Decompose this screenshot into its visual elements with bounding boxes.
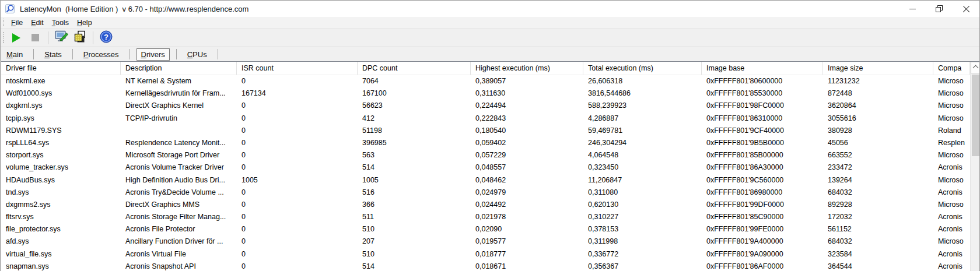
cell-highest-execution: 0,02090 [471, 223, 583, 235]
menu-bar: FileEditToolsHelp [1, 17, 979, 29]
cell-company: Microso [933, 235, 970, 248]
tab-separator [130, 49, 130, 59]
table-row[interactable]: fltsrv.sysAcronis Storage Filter Manag..… [1, 211, 970, 223]
cell-isr-count: 0 [237, 100, 358, 112]
cell-image-size: 364544 [823, 261, 933, 271]
cell-company: Microso [933, 100, 970, 112]
cell-company: Resplen [933, 137, 970, 149]
tab-main[interactable]: Main [2, 49, 27, 60]
scrollbar-thumb[interactable] [972, 75, 979, 156]
cell-company: Microso [933, 199, 970, 211]
menu-help[interactable]: Help [73, 17, 96, 28]
cell-company: Acronis [933, 211, 970, 223]
cell-driver-file: file_protector.sys [1, 223, 121, 235]
cell-image-size: 3055616 [823, 112, 933, 125]
column-header-isr-count[interactable]: ISR count [237, 62, 358, 75]
toolbar-separator [93, 31, 93, 44]
close-button[interactable] [953, 1, 979, 17]
cell-dpc-count: 167100 [358, 87, 471, 100]
tab-processes[interactable]: Processes [79, 49, 123, 60]
tab-cpus[interactable]: CPUs [183, 49, 211, 60]
cell-highest-execution: 0,222843 [471, 112, 583, 125]
table-row[interactable]: snapman.sysAcronis Snapshot API05140,018… [1, 261, 970, 271]
tab-stats[interactable]: Stats [40, 49, 66, 60]
cell-dpc-count: 207 [358, 235, 471, 248]
table-row[interactable]: dxgmms2.sysDirectX Graphics MMS03660,024… [1, 199, 970, 211]
cell-dpc-count: 510 [358, 248, 471, 261]
table-row[interactable]: HDAudBus.sysHigh Definition Audio Bus Dr… [1, 174, 970, 186]
vertical-scrollbar[interactable] [970, 62, 980, 271]
table-row[interactable]: Wdf01000.sysKernellägesdrivrutin för Fra… [1, 87, 970, 100]
cell-image-base: 0xFFFFF801'80600000 [702, 75, 823, 87]
cell-image-size: 323584 [823, 248, 933, 261]
cell-total-execution: 0,323450 [583, 161, 702, 174]
listview-header: Driver fileDescriptionISR countDPC count… [1, 62, 970, 75]
monitor-pencil-icon [54, 30, 69, 45]
column-header-description[interactable]: Description [121, 62, 237, 75]
cell-total-execution: 246,304294 [583, 137, 702, 149]
menu-file[interactable]: File [7, 17, 27, 28]
cell-isr-count: 0 [237, 199, 358, 211]
menu-edit[interactable]: Edit [27, 17, 48, 28]
column-header-image-size[interactable]: Image size [823, 62, 933, 75]
table-row[interactable]: tcpip.sysTCP/IP-drivrutin04120,2228434,2… [1, 112, 970, 125]
cell-dpc-count: 511 [358, 211, 471, 223]
help-button[interactable]: ? [97, 30, 115, 45]
stop-monitor-button[interactable] [26, 30, 44, 45]
column-header-highest-execution[interactable]: Highest execution (ms) [471, 62, 583, 75]
cell-dpc-count: 56623 [358, 100, 471, 112]
tab-separator [218, 49, 218, 59]
cell-total-execution: 0,336772 [583, 248, 702, 261]
menubar-gripper[interactable] [2, 19, 4, 27]
cell-total-execution: 59,469781 [583, 125, 702, 137]
scroll-up-button[interactable] [971, 62, 980, 73]
cell-driver-file: dxgmms2.sys [1, 199, 121, 211]
toolbar-gripper[interactable] [2, 32, 4, 44]
table-row[interactable]: ntoskrnl.exeNT Kernel & System070640,389… [1, 75, 970, 87]
restore-icon [936, 5, 943, 13]
cell-image-base: 0xFFFFF801'98FC0000 [702, 100, 823, 112]
edit-options-button[interactable] [52, 30, 70, 45]
restore-button[interactable] [926, 1, 953, 17]
tab-drivers[interactable]: Drivers [136, 48, 170, 61]
table-row[interactable]: rspLLL64.sysResplendence Latency Monit..… [1, 137, 970, 149]
listview-body: ntoskrnl.exeNT Kernel & System070640,389… [1, 75, 970, 271]
column-header-dpc-count[interactable]: DPC count [358, 62, 471, 75]
start-monitor-button[interactable] [8, 30, 25, 45]
menu-tools[interactable]: Tools [48, 17, 73, 28]
cell-image-base: 0xFFFFF801'99FE0000 [702, 223, 823, 235]
cell-image-size: 892928 [823, 199, 933, 211]
table-row[interactable]: storport.sysMicrosoft Storage Port Drive… [1, 149, 970, 161]
table-row[interactable]: dxgkrnl.sysDirectX Graphics Kernel056623… [1, 100, 970, 112]
table-row[interactable]: virtual_file.sysAcronis Virtual File0510… [1, 248, 970, 261]
cell-dpc-count: 514 [358, 261, 471, 271]
minimize-button[interactable] [899, 1, 926, 17]
column-header-total-execution[interactable]: Total execution (ms) [583, 62, 702, 75]
cell-total-execution: 0,311998 [583, 235, 702, 248]
stacked-windows-icon [74, 30, 87, 45]
table-row[interactable]: afd.sysAncillary Function Driver för ...… [1, 235, 970, 248]
title-bar: LatencyMon (Home Edition ) v 6.70 - http… [1, 1, 979, 17]
cell-image-size: 684032 [823, 186, 933, 199]
cell-isr-count: 0 [237, 75, 358, 87]
cell-total-execution: 11,206847 [583, 174, 702, 186]
cell-driver-file: tnd.sys [1, 186, 121, 199]
cell-description: Acronis Volume Tracker Driver [121, 161, 237, 174]
play-icon [12, 33, 20, 43]
cell-dpc-count: 396985 [358, 137, 471, 149]
column-header-driver-file[interactable]: Driver file [1, 62, 121, 75]
cell-company: Microso [933, 87, 970, 100]
cell-driver-file: snapman.sys [1, 261, 121, 271]
column-header-image-base[interactable]: Image base [702, 62, 823, 75]
cell-driver-file: afd.sys [1, 235, 121, 248]
table-row[interactable]: RDWM1179.SYS0511980,18054059,4697810xFFF… [1, 125, 970, 137]
table-row[interactable]: tnd.sysAcronis Try&Decide Volume ...0516… [1, 186, 970, 199]
table-row[interactable]: file_protector.sysAcronis File Protector… [1, 223, 970, 235]
cell-description: DirectX Graphics Kernel [121, 100, 237, 112]
cell-total-execution: 0,310227 [583, 211, 702, 223]
cell-highest-execution: 0,059402 [471, 137, 583, 149]
column-header-company[interactable]: Compa [933, 62, 970, 75]
report-button[interactable] [71, 30, 89, 45]
cell-image-base: 0xFFFFF801'86AF0000 [702, 261, 823, 271]
table-row[interactable]: volume_tracker.sysAcronis Volume Tracker… [1, 161, 970, 174]
